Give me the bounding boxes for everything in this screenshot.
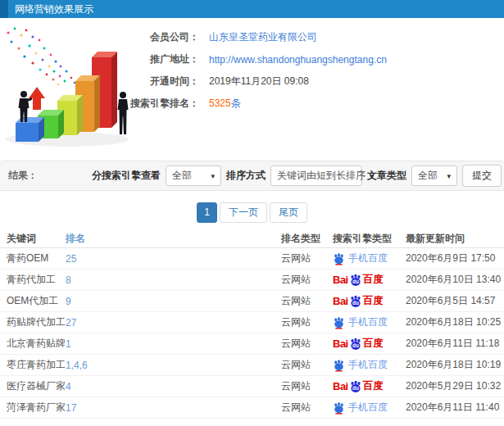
svg-text:du: du (352, 300, 359, 306)
last-page-button[interactable]: 尾页 (270, 202, 307, 223)
results-table: 关键词 排名 排名类型 搜索引擎类型 最新更新时间 膏药OEM 25 云网站 B… (0, 229, 504, 419)
field-label: 推广地址： (125, 52, 199, 66)
header-cell-engine: 搜索引擎类型 (333, 232, 406, 246)
confetti-dots (7, 28, 75, 86)
rank-type-cell: 云网站 (281, 315, 333, 329)
keyword-cell: 药贴牌代加工 (0, 315, 66, 329)
rank-link[interactable]: 4 (66, 381, 281, 392)
results-bar: 结果： 分搜索引擎查看 全部 ▾ 排序方式 关键词由短到长排序 ▾ 文章类型 全… (0, 161, 504, 191)
rank-type-cell: 云网站 (281, 273, 333, 287)
sort-label: 排序方式 (226, 169, 266, 183)
keyword-cell: 膏药代加工 (0, 273, 66, 287)
header-cell-rank: 排名 (66, 232, 281, 246)
engine-select[interactable]: 全部 ▾ (166, 165, 221, 186)
engine-cell: Bai du 百度 手机百度 (333, 401, 406, 415)
engine-cell: Bai du 百度 手机百度 (333, 273, 406, 287)
baidu-logo: Bai du 百度 (333, 273, 384, 287)
updated-time-cell: 2020年6月18日 10:25 (406, 315, 504, 329)
rank-link[interactable]: 17 (66, 402, 281, 414)
table-row: 药贴牌代加工 27 云网站 Bai du 百度 (0, 312, 504, 333)
table-row: OEM代加工 9 云网站 Bai du 百度 (0, 291, 504, 312)
app-header: 网络营销效果展示 (0, 0, 504, 18)
rank-type-cell: 云网站 (281, 401, 333, 415)
baidu-logo: Bai du 百度 (333, 337, 384, 351)
engine-cell: Bai du 百度 手机百度 (333, 315, 406, 329)
chevron-down-icon: ▾ (447, 172, 451, 180)
rank-link[interactable]: 8 (66, 274, 281, 286)
engine-cell: Bai du 百度 手机百度 (333, 294, 406, 308)
mobile-baidu-paw-icon (333, 252, 345, 265)
ranking-count: 5325 (209, 97, 231, 109)
engine-cell: Bai du 百度 手机百度 (333, 252, 406, 265)
mobile-baidu-paw-icon (333, 359, 345, 372)
updated-time-cell: 2020年6月10日 13:40 (406, 273, 504, 287)
baidu-paw-icon: du (349, 295, 362, 308)
rank-link[interactable]: 1 (66, 338, 281, 350)
svg-text:du: du (352, 385, 359, 391)
mobile-baidu-paw-icon (333, 401, 345, 415)
updated-time-cell: 2020年6月18日 10:19 (406, 358, 504, 372)
mobile-baidu-logo: 手机百度 (333, 358, 388, 372)
svg-text:du: du (352, 342, 359, 348)
ranking-count-unit: 条 (231, 97, 241, 109)
next-page-button[interactable]: 下一页 (220, 202, 267, 223)
mobile-baidu-logo: 手机百度 (333, 252, 388, 265)
chevron-down-icon: ▾ (211, 172, 215, 180)
company-link[interactable]: 山东皇圣堂药业有限公司 (209, 31, 317, 43)
mobile-baidu-logo: 手机百度 (333, 401, 388, 415)
baidu-paw-icon: du (349, 380, 362, 393)
table-row: 医疗器械厂家 4 云网站 Bai du 百度 (0, 376, 504, 397)
table-row: 膏药OEM 25 云网站 Bai du 百度 (0, 248, 504, 270)
engine-cell: Bai du 百度 手机百度 (333, 379, 406, 393)
rank-link[interactable]: 27 (66, 317, 281, 329)
table-row: 枣庄膏药加工 1,4,6 云网站 Bai du 百度 (0, 355, 504, 376)
field-label: 会员公司： (125, 30, 199, 44)
header-cell-keyword: 关键词 (0, 232, 66, 246)
table-row: 菏泽膏药厂家 17 云网站 Bai du 百度 (0, 397, 504, 419)
updated-time-cell: 2020年6月11日 11:18 (406, 337, 504, 351)
keyword-cell: 膏药OEM (0, 252, 66, 265)
keyword-cell: 北京膏药贴牌 (0, 337, 66, 351)
header-accent (0, 0, 8, 18)
pagination: 1 下一页 尾页 (0, 202, 504, 223)
info-field-open-time: 开通时间： 2019年11月20日 09:08 (125, 70, 478, 93)
updated-time-cell: 2020年6月11日 11:40 (406, 401, 504, 415)
mobile-baidu-logo: 手机百度 (333, 315, 388, 329)
rank-link[interactable]: 1,4,6 (66, 360, 281, 371)
results-label: 结果： (8, 169, 38, 183)
filter-controls: 分搜索引擎查看 全部 ▾ 排序方式 关键词由短到长排序 ▾ 文章类型 全部 ▾ … (92, 165, 504, 187)
rank-type-cell: 云网站 (281, 337, 333, 351)
header-cell-updated: 最新更新时间 (406, 232, 504, 246)
rank-link[interactable]: 9 (66, 296, 281, 307)
promo-url-link[interactable]: http://www.shandonghuangshengtang.cn (209, 54, 387, 66)
article-type-label: 文章类型 (367, 169, 406, 183)
rank-type-cell: 云网站 (281, 358, 333, 372)
article-type-select[interactable]: 全部 ▾ (411, 165, 457, 186)
field-label: 搜索引擎排名： (125, 97, 199, 111)
article-type-select-value: 全部 (418, 169, 438, 183)
table-header: 关键词 排名 排名类型 搜索引擎类型 最新更新时间 (0, 229, 504, 248)
baidu-paw-icon: du (349, 274, 362, 287)
submit-button[interactable]: 提交 (462, 165, 502, 187)
field-label: 开通时间： (125, 75, 199, 88)
engine-filter-label: 分搜索引擎查看 (92, 169, 161, 183)
table-row: 膏药代加工 8 云网站 Bai du 百度 (0, 270, 504, 291)
updated-time-cell: 2020年6月9日 17:50 (406, 252, 504, 265)
rank-type-cell: 云网站 (281, 294, 333, 308)
sort-select[interactable]: 关键词由短到长排序 ▾ (270, 165, 362, 186)
info-field-url: 推广地址： http://www.shandonghuangshengtang.… (125, 48, 478, 70)
info-field-ranking-count: 搜索引擎排名： 5325条 (125, 93, 478, 115)
engine-cell: Bai du 百度 手机百度 (333, 358, 406, 372)
engine-cell: Bai du 百度 手机百度 (333, 337, 406, 351)
baidu-logo: Bai du 百度 (333, 294, 384, 308)
keyword-cell: 枣庄膏药加工 (0, 358, 66, 372)
rank-type-cell: 云网站 (281, 379, 333, 393)
page-button-current[interactable]: 1 (197, 202, 217, 223)
open-time-value: 2019年11月20日 09:08 (209, 75, 309, 88)
updated-time-cell: 2020年5月29日 10:32 (406, 379, 504, 393)
sort-select-value: 关键词由短到长排序 (277, 169, 366, 183)
info-field-company: 会员公司： 山东皇圣堂药业有限公司 (125, 26, 478, 48)
rank-type-cell: 云网站 (281, 252, 333, 265)
baidu-logo: Bai du 百度 (333, 379, 384, 393)
rank-link[interactable]: 25 (66, 253, 281, 265)
